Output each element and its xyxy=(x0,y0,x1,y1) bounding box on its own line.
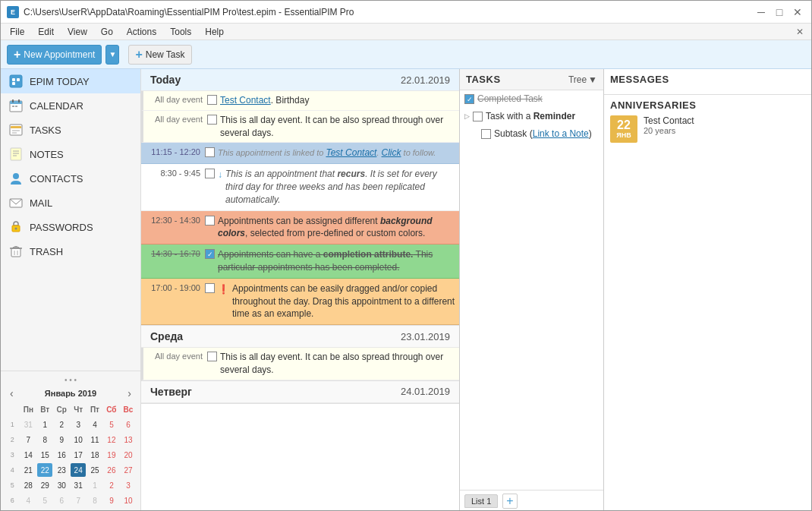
event-checkbox-4[interactable]: ✓ xyxy=(205,249,215,259)
mini-cal-day[interactable]: 16 xyxy=(54,448,69,462)
minimize-button[interactable]: ─ xyxy=(754,5,769,20)
mini-cal-day[interactable]: 7 xyxy=(20,433,36,446)
mini-cal-day[interactable]: 8 xyxy=(37,433,52,446)
sidebar-item-mail[interactable]: MAIL xyxy=(1,191,140,215)
mini-cal-day[interactable]: 26 xyxy=(104,463,119,477)
sidebar-item-notes[interactable]: NOTES xyxy=(1,142,140,166)
mini-cal-day[interactable]: 13 xyxy=(121,433,136,446)
day-date-wednesday: 23.01.2019 xyxy=(401,331,450,342)
menu-help[interactable]: Help xyxy=(199,25,230,39)
mini-cal-day-22[interactable]: 22 xyxy=(37,463,52,477)
mini-cal-day-24[interactable]: 24 xyxy=(71,463,86,477)
mini-cal-day[interactable]: 29 xyxy=(37,478,52,492)
task-link-note[interactable]: Link to a Note xyxy=(533,128,589,139)
mini-cal-day[interactable]: 2 xyxy=(54,418,69,431)
mini-cal-day[interactable]: 20 xyxy=(121,448,136,462)
maximize-button[interactable]: □ xyxy=(772,5,787,20)
mini-cal-day[interactable]: 3 xyxy=(71,418,86,431)
mini-cal-day[interactable]: 31 xyxy=(71,478,86,492)
event-checkbox-allday-wed[interactable] xyxy=(207,352,217,361)
svg-rect-3 xyxy=(12,82,15,85)
week-num-1: 1 xyxy=(5,418,19,431)
epim-today-icon xyxy=(8,74,24,89)
new-task-plus-icon: + xyxy=(135,48,142,62)
mini-cal-day[interactable]: 11 xyxy=(87,433,102,446)
event-checkbox-allday1[interactable] xyxy=(207,95,217,105)
day-date-today: 22.01.2019 xyxy=(401,74,450,86)
event-checkbox-allday2[interactable] xyxy=(207,115,217,125)
event-link-test-contact-birthday[interactable]: Test Contact xyxy=(220,95,271,106)
task-checkbox-completed[interactable]: ✓ xyxy=(464,94,474,104)
menu-close-icon[interactable]: ✕ xyxy=(792,25,808,39)
mini-cal-day[interactable]: 10 xyxy=(71,433,86,446)
new-appointment-button[interactable]: + New Appointment xyxy=(7,45,102,65)
event-checkbox-5[interactable] xyxy=(205,283,215,293)
mini-cal-day[interactable]: 23 xyxy=(54,463,69,477)
task-checkbox-subtask[interactable] xyxy=(481,129,491,139)
mini-cal-day[interactable]: 1 xyxy=(87,478,102,492)
mini-cal-day[interactable]: 15 xyxy=(37,448,52,462)
event-link-test-contact-1[interactable]: Test Contact xyxy=(326,147,376,158)
task-checkbox-reminder[interactable] xyxy=(473,112,483,121)
menu-tools[interactable]: Tools xyxy=(164,25,197,39)
sidebar-item-passwords[interactable]: PASSWORDS xyxy=(1,215,140,239)
sidebar-item-epim-today[interactable]: EPIM TODAY xyxy=(1,69,140,93)
event-checkbox-2[interactable] xyxy=(205,169,215,178)
mini-cal-day[interactable]: 28 xyxy=(20,478,36,492)
anniversary-item: 22 ЯНВ Test Contact 20 years xyxy=(610,115,805,143)
sidebar-item-calendar[interactable]: CALENDAR xyxy=(1,93,140,118)
menu-view[interactable]: View xyxy=(61,25,93,39)
mini-cal-day[interactable]: 4 xyxy=(87,418,102,431)
mini-cal-day[interactable]: 4 xyxy=(20,494,36,507)
mini-cal-day[interactable]: 14 xyxy=(20,448,36,462)
tasks-view-button[interactable]: Tree ▼ xyxy=(568,74,597,85)
tasks-list-tab[interactable]: List 1 xyxy=(464,494,498,508)
mini-cal-day[interactable]: 17 xyxy=(71,448,86,462)
day-section-thursday: Четверг 24.01.2019 xyxy=(141,381,459,404)
tasks-add-list-button[interactable]: + xyxy=(502,494,517,509)
mini-cal-day[interactable]: 6 xyxy=(54,494,69,507)
event-text-allday-wed: This is all day event. It can be also sp… xyxy=(220,351,456,377)
messages-section: MESSAGES xyxy=(604,69,811,95)
mini-cal-day[interactable]: 8 xyxy=(87,494,102,507)
mini-cal-day[interactable]: 18 xyxy=(87,448,102,462)
mini-cal-day[interactable]: 12 xyxy=(104,433,119,446)
sidebar-item-tasks[interactable]: TASKS xyxy=(1,118,140,142)
mini-cal-day[interactable]: 25 xyxy=(87,463,102,477)
mini-cal-day[interactable]: 10 xyxy=(121,494,136,507)
weekday-thu: Чт xyxy=(71,402,86,416)
close-button[interactable]: ✕ xyxy=(790,5,805,20)
mini-cal-day[interactable]: 5 xyxy=(37,494,52,507)
mini-cal-day[interactable]: 5 xyxy=(104,418,119,431)
mini-cal-next[interactable]: › xyxy=(124,387,134,399)
event-checkbox-1[interactable] xyxy=(205,147,215,157)
menu-actions[interactable]: Actions xyxy=(121,25,162,39)
mini-cal-day[interactable]: 21 xyxy=(20,463,36,477)
menu-go[interactable]: Go xyxy=(95,25,119,39)
mini-cal-day[interactable]: 31 xyxy=(20,418,36,431)
new-task-button[interactable]: + New Task xyxy=(128,45,191,65)
mini-cal-day[interactable]: 9 xyxy=(54,433,69,446)
menu-edit[interactable]: Edit xyxy=(32,25,60,39)
mini-cal-day[interactable]: 2 xyxy=(104,478,119,492)
mini-cal-day[interactable]: 19 xyxy=(104,448,119,462)
mini-cal-day[interactable]: 27 xyxy=(121,463,136,477)
tasks-spacer xyxy=(460,142,603,490)
week-num-3: 3 xyxy=(5,448,19,462)
event-timed-linked: 11:15 - 12:20 This appointment is linked… xyxy=(141,143,459,164)
tasks-header: TASKS Tree ▼ xyxy=(460,69,603,90)
mini-cal-day[interactable]: 9 xyxy=(104,494,119,507)
mini-cal-day[interactable]: 3 xyxy=(121,478,136,492)
event-checkbox-3[interactable] xyxy=(205,216,215,226)
mini-cal-day[interactable]: 6 xyxy=(121,418,136,431)
mini-cal-day[interactable]: 30 xyxy=(54,478,69,492)
new-appointment-dropdown[interactable]: ▼ xyxy=(105,45,119,65)
mini-cal-day[interactable]: 7 xyxy=(71,494,86,507)
sidebar-item-contacts[interactable]: CONTACTS xyxy=(1,166,140,191)
sidebar-item-trash[interactable]: TRASH xyxy=(1,239,140,263)
menu-file[interactable]: File xyxy=(4,25,30,39)
event-link-click[interactable]: Click xyxy=(382,147,401,158)
mini-cal-day[interactable]: 1 xyxy=(37,418,52,431)
mini-cal-prev[interactable]: ‹ xyxy=(7,387,17,399)
task-expand-icon[interactable]: ▷ xyxy=(464,112,470,120)
